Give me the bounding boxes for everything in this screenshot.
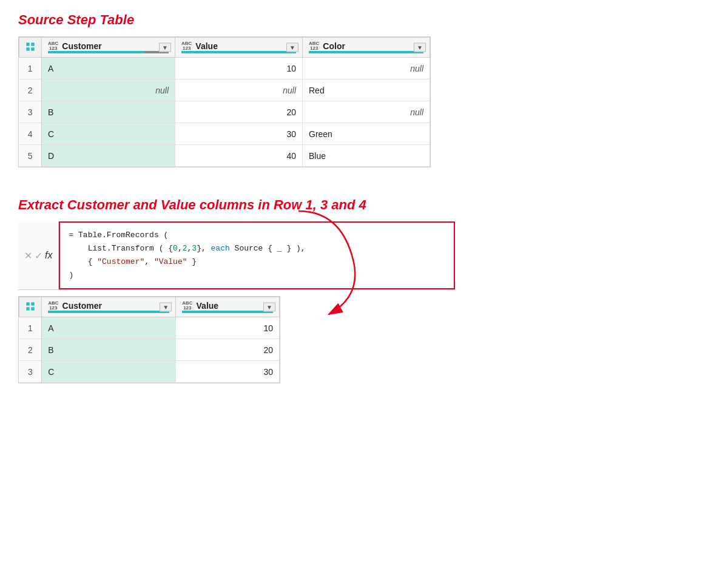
arrow-area <box>280 296 377 430</box>
filter-customer[interactable]: ▼ <box>159 43 171 52</box>
svg-rect-5 <box>31 302 35 306</box>
table-row: 1 A 10 <box>19 317 280 339</box>
cell-value-1: 10 <box>175 58 303 79</box>
cell-customer-4: C <box>42 123 175 145</box>
col-label-color: Color <box>323 41 345 51</box>
svg-rect-7 <box>31 307 35 311</box>
row-num: 4 <box>19 123 42 145</box>
cell-value-r1: 10 <box>176 317 280 339</box>
cell-value-4: 30 <box>175 123 303 145</box>
cell-value-2: null <box>175 79 303 101</box>
col-label-value-result: Value <box>197 301 219 311</box>
table-row: 2 B 20 <box>19 339 280 361</box>
row-num: 2 <box>19 79 42 101</box>
result-table-container: ABC 123 Customer ▼ ABC <box>18 296 280 407</box>
cell-customer-2: null <box>42 79 175 101</box>
col-header-customer-result[interactable]: ABC 123 Customer ▼ <box>42 297 176 317</box>
row-num: 3 <box>19 361 42 383</box>
svg-rect-1 <box>31 42 35 46</box>
col-label-customer: Customer <box>62 41 101 51</box>
col-header-customer[interactable]: ABC 123 Customer ▼ <box>42 38 175 58</box>
formula-controls: ✕ ✓ fx <box>18 221 59 289</box>
fx-icon[interactable]: fx <box>45 250 52 261</box>
arrow-svg <box>280 199 377 332</box>
grid-icon-result[interactable] <box>25 303 35 313</box>
table-row: 5 D 40 Blue <box>19 145 430 167</box>
formula-line-4: ) <box>69 269 445 282</box>
cell-customer-5: D <box>42 145 175 167</box>
formula-bar-container: ✕ ✓ fx = Table.FromRecords ( List.Transf… <box>18 221 455 289</box>
type-icon-customer-result: ABC 123 <box>48 301 58 311</box>
row-num: 1 <box>19 58 42 79</box>
type-icon-value: ABC 123 <box>181 41 192 51</box>
row-num: 2 <box>19 339 42 361</box>
row-num-header <box>19 38 42 58</box>
filter-value-result[interactable]: ▼ <box>263 303 275 312</box>
table-row: 3 C 30 <box>19 361 280 383</box>
cell-customer-1: A <box>42 58 175 79</box>
source-table-body: 1 A 10 null 2 null null Red 3 B 20 n <box>19 58 430 167</box>
source-table-wrap: ABC 123 Customer ▼ ABC 123 <box>18 36 431 167</box>
cancel-icon[interactable]: ✕ <box>24 250 32 261</box>
cell-value-r3: 30 <box>176 361 280 383</box>
col-header-color[interactable]: ABC 123 Color ▼ <box>303 38 430 58</box>
cell-value-5: 40 <box>175 145 303 167</box>
table-row: 4 C 30 Green <box>19 123 430 145</box>
formula-line-2: List.Transform ( {0,2,3}, each Source { … <box>69 242 445 255</box>
formula-line-1: = Table.FromRecords ( <box>69 229 445 242</box>
cell-customer-3: B <box>42 101 175 123</box>
grid-icon[interactable] <box>25 44 35 53</box>
svg-rect-6 <box>26 307 30 311</box>
table-row: 1 A 10 null <box>19 58 430 79</box>
svg-rect-0 <box>26 42 30 46</box>
row-num: 5 <box>19 145 42 167</box>
formula-line-3: { "Customer", "Value" } <box>69 255 445 269</box>
type-icon-value-result: ABC 123 <box>182 301 192 311</box>
result-table-wrap: ABC 123 Customer ▼ ABC <box>18 296 280 383</box>
svg-rect-2 <box>26 47 30 51</box>
cell-customer-r2: B <box>42 339 176 361</box>
cell-color-5: Blue <box>303 145 430 167</box>
result-table: ABC 123 Customer ▼ ABC <box>19 297 280 383</box>
svg-rect-3 <box>31 47 35 51</box>
cell-color-1: null <box>303 58 430 79</box>
table-row: 2 null null Red <box>19 79 430 101</box>
result-table-body: 1 A 10 2 B 20 3 C 30 <box>19 317 280 383</box>
type-icon-customer: ABC 123 <box>48 41 58 51</box>
type-icon-color: ABC 123 <box>309 41 319 51</box>
cell-value-3: 20 <box>175 101 303 123</box>
cell-color-3: null <box>303 101 430 123</box>
col-label-value: Value <box>195 41 218 51</box>
confirm-icon[interactable]: ✓ <box>35 250 42 261</box>
cell-color-4: Green <box>303 123 430 145</box>
source-title: Source Step Table <box>18 12 710 28</box>
filter-customer-result[interactable]: ▼ <box>160 303 172 312</box>
col-header-value-result[interactable]: ABC 123 Value ▼ <box>176 297 280 317</box>
svg-rect-4 <box>26 302 30 306</box>
cell-value-r2: 20 <box>176 339 280 361</box>
filter-color[interactable]: ▼ <box>414 43 426 52</box>
table-row: 3 B 20 null <box>19 101 430 123</box>
source-section: Source Step Table <box>18 12 710 191</box>
col-label-customer-result: Customer <box>62 301 102 311</box>
row-num: 1 <box>19 317 42 339</box>
row-num: 3 <box>19 101 42 123</box>
cell-customer-r3: C <box>42 361 176 383</box>
cell-customer-r1: A <box>42 317 176 339</box>
source-table: ABC 123 Customer ▼ ABC 123 <box>19 37 430 167</box>
row-num-header-result <box>19 297 42 317</box>
cell-color-2: Red <box>303 79 430 101</box>
formula-editor[interactable]: = Table.FromRecords ( List.Transform ( {… <box>59 221 455 289</box>
col-header-value[interactable]: ABC 123 Value ▼ <box>175 38 303 58</box>
formula-separator <box>18 289 455 290</box>
result-area: ABC 123 Customer ▼ ABC <box>18 296 710 430</box>
filter-value[interactable]: ▼ <box>286 43 298 52</box>
